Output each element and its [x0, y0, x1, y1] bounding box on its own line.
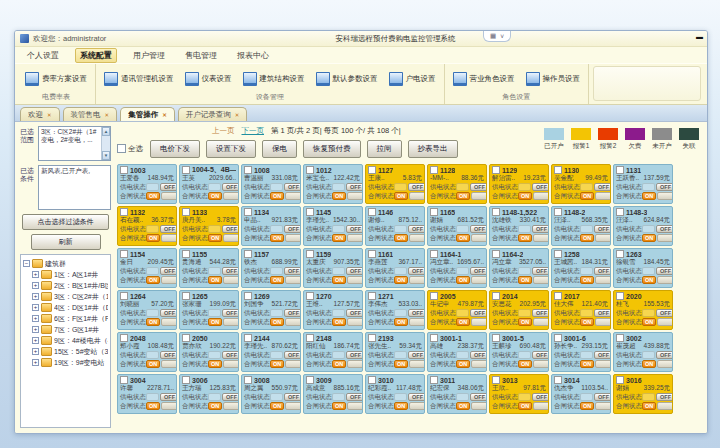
meter-card[interactable]: 1159太重庆907.35元供电状态OFF合闸状态ON — [303, 248, 363, 288]
expand-icon[interactable]: + — [32, 282, 39, 289]
expand-icon[interactable]: + — [32, 293, 39, 300]
close-toggle[interactable]: ON — [394, 318, 425, 326]
tree-root[interactable]: −建筑群 — [23, 258, 108, 269]
meter-card[interactable]: 2148阳红仙186.74元供电状态OFF合闸状态ON — [303, 332, 363, 372]
close-toggle[interactable]: ON — [580, 192, 611, 200]
close-toggle[interactable]: ON — [642, 360, 673, 368]
supply-toggle[interactable]: OFF — [270, 309, 301, 317]
minimize-button[interactable]: ▬ — [696, 32, 703, 42]
close-toggle[interactable]: ON — [270, 402, 301, 410]
supply-toggle[interactable]: OFF — [332, 183, 363, 191]
menu-item-5[interactable]: 报表中心 — [233, 49, 273, 62]
card-checkbox[interactable] — [430, 376, 438, 384]
meter-card[interactable]: 1164-2冯立章3527.05..供电状态OFF合闸状态ON — [489, 248, 549, 288]
close-toggle[interactable]: ON — [270, 192, 301, 200]
expand-icon[interactable]: + — [32, 271, 39, 278]
meter-card[interactable]: 1269刘国争521.72元供电状态OFF合闸状态ON — [241, 290, 301, 330]
meter-card[interactable]: 1012米宝仓..122.42元供电状态OFF合闸状态ON — [303, 164, 363, 204]
meter-card[interactable]: 1264刘晓丽57.20元供电状态OFF合闸状态ON — [117, 290, 177, 330]
supply-toggle[interactable]: OFF — [208, 351, 239, 359]
card-checkbox[interactable] — [244, 250, 252, 258]
supply-toggle[interactable]: OFF — [642, 267, 673, 275]
supply-toggle[interactable]: OFF — [456, 393, 487, 401]
close-toggle[interactable]: ON — [518, 192, 549, 200]
meter-card[interactable]: 1148-2汪泽..568.35元供电状态OFF合闸状态ON — [551, 206, 611, 246]
close-toggle[interactable]: ON — [394, 402, 425, 410]
expand-icon[interactable]: + — [32, 315, 39, 322]
card-checkbox[interactable] — [430, 208, 438, 216]
close-toggle[interactable]: ON — [146, 276, 177, 284]
refresh-button[interactable]: 刷新 — [31, 234, 101, 250]
card-checkbox[interactable] — [120, 166, 128, 174]
supply-toggle[interactable]: OFF — [518, 183, 549, 191]
supply-toggle[interactable]: OFF — [580, 351, 611, 359]
supply-toggle[interactable]: OFF — [580, 309, 611, 317]
select-all-checkbox[interactable] — [117, 144, 126, 153]
close-toggle[interactable]: ON — [208, 318, 239, 326]
toolbar-button-5[interactable]: 拉闸 — [367, 140, 402, 158]
supply-toggle[interactable]: OFF — [332, 267, 363, 275]
close-toggle[interactable]: ON — [642, 402, 673, 410]
expand-icon[interactable]: + — [32, 304, 39, 311]
meter-card[interactable]: 3006王方瑞125.83元供电状态OFF合闸状态ON — [179, 374, 239, 414]
card-checkbox[interactable] — [616, 292, 624, 300]
toolbar-button-3[interactable]: 保电 — [262, 140, 297, 158]
card-checkbox[interactable] — [554, 250, 562, 258]
card-checkbox[interactable] — [182, 292, 190, 300]
supply-toggle[interactable]: OFF — [580, 183, 611, 191]
card-checkbox[interactable] — [244, 208, 252, 216]
card-checkbox[interactable] — [492, 250, 500, 258]
close-toggle[interactable]: ON — [518, 276, 549, 284]
card-checkbox[interactable] — [492, 376, 500, 384]
ribbon-button[interactable]: 仪表设置 — [182, 70, 235, 88]
meter-card[interactable]: 1154金日209.45元供电状态OFF合闸状态ON — [117, 248, 177, 288]
meter-card[interactable]: 3008周之翼550.97元供电状态OFF合闸状态ON — [241, 374, 301, 414]
supply-toggle[interactable]: OFF — [456, 183, 487, 191]
meter-card[interactable]: 1127王康..5.83元供电状态OFF合闸状态ON — [365, 164, 425, 204]
supply-toggle[interactable]: OFF — [642, 183, 673, 191]
close-toggle[interactable]: ON — [642, 192, 673, 200]
ribbon-button[interactable]: 默认参数设置 — [313, 70, 381, 88]
tree-node-2[interactable]: +2区：B区1#井/B区1#井 — [23, 280, 108, 291]
close-toggle[interactable]: ON — [394, 192, 425, 200]
card-checkbox[interactable] — [182, 166, 190, 174]
card-checkbox[interactable] — [306, 208, 314, 216]
close-toggle[interactable]: ON — [208, 402, 239, 410]
card-checkbox[interactable] — [368, 250, 376, 258]
supply-toggle[interactable]: OFF — [270, 183, 301, 191]
scroll-down-icon[interactable]: ▼ — [102, 151, 110, 160]
supply-toggle[interactable]: OFF — [270, 225, 301, 233]
card-checkbox[interactable] — [120, 292, 128, 300]
expand-icon[interactable]: + — [32, 326, 39, 333]
meter-card[interactable]: 3013王欣..97.81元供电状态OFF合闸状态ON — [489, 374, 549, 414]
next-page-link[interactable]: 下一页 — [242, 126, 265, 136]
supply-toggle[interactable]: OFF — [332, 225, 363, 233]
card-checkbox[interactable] — [244, 334, 252, 342]
close-toggle[interactable]: ON — [208, 276, 239, 284]
card-checkbox[interactable] — [616, 250, 624, 258]
meter-card[interactable]: 2014安思花202.95元供电状态OFF合闸状态ON — [489, 290, 549, 330]
supply-toggle[interactable]: OFF — [208, 393, 239, 401]
supply-toggle[interactable]: OFF — [518, 393, 549, 401]
supply-toggle[interactable]: OFF — [146, 225, 177, 233]
close-toggle[interactable]: ON — [332, 192, 363, 200]
close-toggle[interactable]: ON — [332, 276, 363, 284]
close-toggle[interactable]: ON — [332, 402, 363, 410]
supply-toggle[interactable]: OFF — [394, 309, 425, 317]
close-toggle[interactable]: ON — [456, 276, 487, 284]
close-toggle[interactable]: ON — [146, 192, 177, 200]
ribbon-button[interactable]: 操作员设置 — [523, 70, 584, 88]
filter-button[interactable]: 点击选择过滤条件 — [22, 214, 109, 230]
supply-toggle[interactable]: OFF — [394, 267, 425, 275]
card-checkbox[interactable] — [306, 292, 314, 300]
supply-toggle[interactable]: OFF — [270, 351, 301, 359]
meter-card[interactable]: 2144李瑾先..870.62元供电状态OFF合闸状态ON — [241, 332, 301, 372]
card-checkbox[interactable] — [492, 334, 500, 342]
meter-card[interactable]: 3011纪宏保348.06元供电状态OFF合闸状态ON — [427, 374, 487, 414]
close-toggle[interactable]: ON — [518, 318, 549, 326]
close-toggle[interactable]: ON — [642, 318, 673, 326]
supply-toggle[interactable]: OFF — [456, 309, 487, 317]
collapse-icon[interactable]: − — [23, 260, 30, 267]
card-checkbox[interactable] — [120, 208, 128, 216]
ribbon-toggle[interactable]: ▦˅ — [483, 31, 511, 42]
